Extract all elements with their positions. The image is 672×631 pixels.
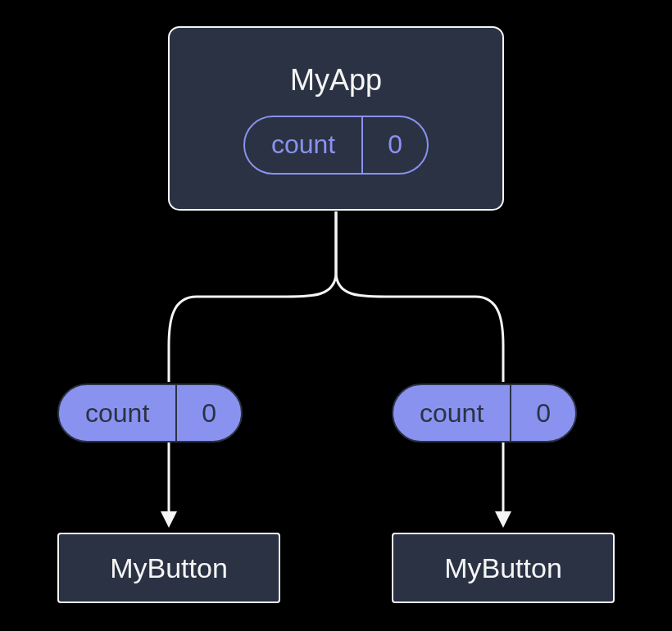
prop-pill-right: count 0 [392,384,577,443]
prop-value: 0 [511,385,575,441]
prop-value: 0 [177,385,241,441]
child-title: MyButton [444,552,562,584]
prop-pill-left: count 0 [57,384,243,443]
state-value: 0 [363,117,427,173]
child-component-right: MyButton [392,533,615,603]
prop-label: count [393,385,511,441]
arrow-right [488,443,518,533]
prop-pill: count 0 [57,384,243,443]
parent-state-pill: count 0 [243,116,429,175]
arrow-left [154,443,184,533]
parent-component-box: MyApp count 0 [168,26,504,211]
child-component-left: MyButton [57,533,280,603]
svg-marker-1 [161,511,177,528]
prop-pill: count 0 [392,384,577,443]
child-title: MyButton [110,552,228,584]
parent-title: MyApp [290,63,382,98]
prop-label: count [59,385,177,441]
state-label: count [245,117,363,173]
svg-marker-3 [495,511,511,528]
